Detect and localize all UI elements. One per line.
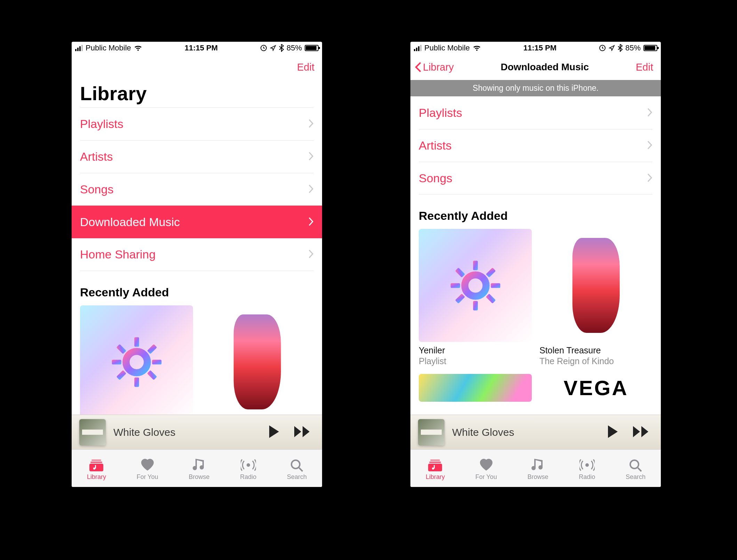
svg-point-18 bbox=[465, 275, 486, 296]
svg-rect-7 bbox=[147, 370, 157, 380]
next-button[interactable] bbox=[630, 425, 653, 440]
search-icon bbox=[628, 458, 643, 472]
tab-for-you[interactable]: For You bbox=[137, 458, 158, 481]
tab-label: Library bbox=[426, 473, 445, 481]
carrier-name: Public Mobile bbox=[86, 43, 131, 53]
play-button[interactable] bbox=[604, 425, 622, 440]
cellular-signal-icon bbox=[75, 45, 83, 51]
rotation-lock-icon bbox=[599, 45, 606, 51]
mini-player-art bbox=[418, 419, 444, 446]
tab-label: Radio bbox=[240, 473, 256, 481]
category-label: Home Sharing bbox=[80, 248, 155, 261]
album-item-yeniler[interactable]: Yeniler Playlist bbox=[419, 229, 532, 366]
tab-browse[interactable]: Browse bbox=[527, 458, 548, 481]
svg-rect-28 bbox=[429, 462, 441, 463]
tab-label: Radio bbox=[579, 473, 595, 481]
chevron-right-icon bbox=[647, 106, 652, 120]
svg-rect-4 bbox=[112, 360, 121, 365]
category-playlists[interactable]: Playlists bbox=[80, 107, 314, 140]
carrier-name: Public Mobile bbox=[424, 43, 470, 53]
recently-added-grid bbox=[72, 305, 322, 415]
category-label: Songs bbox=[419, 171, 452, 185]
edit-button[interactable]: Edit bbox=[636, 62, 653, 73]
bluetooth-icon bbox=[618, 44, 623, 52]
tab-search[interactable]: Search bbox=[626, 458, 646, 481]
scroll-area[interactable]: Playlists Artists Songs Downloaded Music… bbox=[72, 107, 322, 415]
radio-icon bbox=[579, 458, 595, 472]
wifi-icon bbox=[134, 45, 142, 51]
library-icon bbox=[89, 458, 104, 472]
tab-library[interactable]: Library bbox=[87, 458, 106, 481]
svg-rect-9 bbox=[116, 370, 126, 380]
status-bar-time: 11:15 PM bbox=[185, 43, 218, 53]
svg-rect-23 bbox=[455, 267, 465, 278]
album-art bbox=[419, 374, 532, 402]
album-item[interactable]: VEGA bbox=[539, 374, 652, 402]
tab-label: Browse bbox=[527, 473, 548, 481]
category-label: Playlists bbox=[419, 106, 462, 120]
category-home-sharing[interactable]: Home Sharing bbox=[80, 238, 314, 271]
category-label: Artists bbox=[419, 139, 451, 152]
play-button[interactable] bbox=[265, 425, 283, 440]
svg-point-15 bbox=[247, 463, 250, 467]
album-subtitle: The Reign of Kindo bbox=[539, 356, 652, 366]
nav-title: Downloaded Music bbox=[501, 62, 589, 73]
svg-rect-19 bbox=[473, 261, 478, 270]
mini-player[interactable]: White Gloves bbox=[72, 415, 322, 449]
svg-rect-25 bbox=[486, 267, 496, 278]
svg-point-1 bbox=[126, 351, 147, 373]
svg-rect-6 bbox=[116, 344, 126, 354]
tab-for-you[interactable]: For You bbox=[475, 458, 497, 481]
status-bar-time: 11:15 PM bbox=[523, 43, 556, 53]
svg-rect-3 bbox=[134, 377, 139, 387]
chevron-right-icon bbox=[647, 139, 652, 152]
album-art-text: VEGA bbox=[563, 376, 628, 400]
mini-player-track: White Gloves bbox=[113, 426, 257, 438]
chevron-right-icon bbox=[308, 248, 314, 261]
scroll-area[interactable]: Playlists Artists Songs Recently Added bbox=[410, 96, 661, 415]
recently-added-title: Recently Added bbox=[72, 271, 322, 305]
tab-radio[interactable]: Radio bbox=[240, 458, 256, 481]
svg-rect-29 bbox=[428, 464, 442, 471]
album-item-stolen-treasure[interactable]: Stolen Treasure The Reign of Kindo bbox=[539, 229, 652, 366]
tab-search[interactable]: Search bbox=[287, 458, 307, 481]
tab-browse[interactable]: Browse bbox=[189, 458, 209, 481]
heart-icon bbox=[479, 458, 494, 472]
svg-rect-22 bbox=[491, 283, 500, 288]
category-songs[interactable]: Songs bbox=[419, 162, 652, 194]
chevron-right-icon bbox=[308, 183, 314, 196]
category-artists[interactable]: Artists bbox=[80, 140, 314, 173]
radio-icon bbox=[241, 458, 256, 472]
edit-button[interactable]: Edit bbox=[297, 62, 314, 73]
svg-rect-26 bbox=[455, 293, 465, 303]
category-songs[interactable]: Songs bbox=[80, 173, 314, 206]
chevron-left-icon bbox=[415, 62, 422, 73]
info-banner: Showing only music on this iPhone. bbox=[410, 80, 661, 96]
back-button[interactable]: Library bbox=[415, 62, 454, 73]
category-playlists[interactable]: Playlists bbox=[419, 96, 652, 129]
battery-percentage: 85% bbox=[625, 43, 641, 53]
music-note-icon bbox=[191, 458, 207, 472]
tab-label: Search bbox=[626, 473, 646, 481]
mini-player[interactable]: White Gloves bbox=[410, 415, 661, 449]
album-item[interactable] bbox=[419, 374, 532, 402]
svg-rect-31 bbox=[434, 465, 435, 469]
category-artists[interactable]: Artists bbox=[419, 129, 652, 162]
mini-player-art bbox=[79, 419, 106, 446]
gear-icon bbox=[446, 256, 505, 315]
battery-icon bbox=[643, 45, 657, 51]
wifi-icon bbox=[473, 45, 481, 51]
recently-added-grid: Yeniler Playlist Stolen Treasure The Rei… bbox=[410, 229, 661, 402]
next-button[interactable] bbox=[291, 425, 314, 440]
page-title: Library bbox=[72, 80, 322, 107]
tab-library[interactable]: Library bbox=[426, 458, 445, 481]
album-item[interactable] bbox=[80, 305, 193, 415]
category-downloaded-music[interactable]: Downloaded Music bbox=[72, 206, 322, 238]
chevron-right-icon bbox=[647, 171, 652, 185]
album-item[interactable] bbox=[201, 305, 314, 415]
tab-radio[interactable]: Radio bbox=[579, 458, 595, 481]
album-art bbox=[80, 305, 193, 415]
status-bar: Public Mobile 11:15 PM 85% bbox=[410, 42, 661, 54]
svg-rect-21 bbox=[450, 283, 460, 288]
nav-bar: Library Downloaded Music Edit bbox=[410, 54, 661, 80]
